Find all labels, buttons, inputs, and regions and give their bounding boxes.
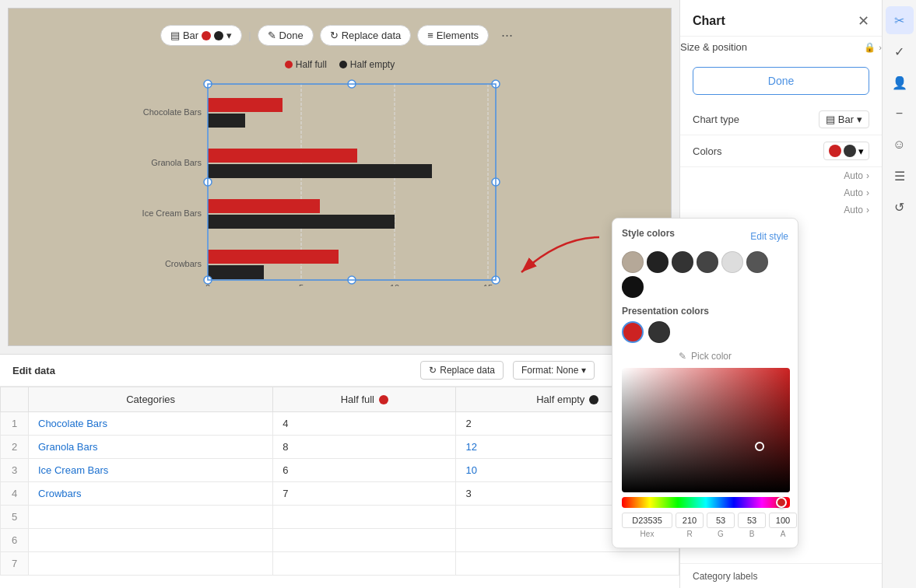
panel-header: Chart ✕ <box>680 0 882 37</box>
style-swatch-black1[interactable] <box>647 251 669 273</box>
replace-icon: ↻ <box>330 30 339 41</box>
done-panel-button[interactable]: Done <box>693 67 869 95</box>
icon-strip-list[interactable]: ☰ <box>886 162 914 190</box>
format-label: Format: None <box>521 365 578 376</box>
table-row: 2 Granola Bars 8 12 <box>1 436 679 459</box>
row-number: 3 <box>1 459 29 482</box>
category-cell[interactable]: Granola Bars <box>29 436 273 459</box>
data-table-wrapper: Categories Half full Half empty <box>0 387 679 576</box>
svg-rect-12 <box>208 199 320 213</box>
close-panel-button[interactable]: ✕ <box>858 12 869 30</box>
chart-type-label: Chart type <box>693 114 739 125</box>
auto-row-3: Auto › <box>680 201 882 219</box>
more-options-button[interactable]: ··· <box>495 24 519 47</box>
category-cell[interactable]: Ice Cream Bars <box>29 459 273 482</box>
icon-strip-check[interactable]: ✓ <box>886 37 914 65</box>
r-field: R <box>676 513 704 538</box>
half-full-cell[interactable] <box>273 506 456 529</box>
half-full-cell[interactable]: 4 <box>273 412 456 436</box>
elements-label: Elements <box>437 30 479 41</box>
categories-header: Categories <box>29 387 273 412</box>
replace-data-toolbar-button[interactable]: ↻ Replace data <box>320 25 412 46</box>
hex-field: Hex <box>622 513 672 538</box>
legend-half-full-label: Half full <box>296 59 327 70</box>
svg-rect-8 <box>208 98 283 112</box>
pres-swatch-dark[interactable] <box>648 321 670 343</box>
g-label: G <box>707 530 735 538</box>
icon-strip-user[interactable]: 👤 <box>886 68 914 96</box>
b-input[interactable] <box>738 513 766 528</box>
chevron-down-icon: ▾ <box>226 30 232 41</box>
auto-label-2: Auto <box>844 187 863 198</box>
hex-input[interactable] <box>622 513 672 528</box>
half-full-cell[interactable] <box>273 529 456 552</box>
auto-chevron-2: › <box>866 187 869 198</box>
svg-rect-9 <box>208 114 245 128</box>
colors-chevron: ▾ <box>858 145 864 157</box>
pres-swatch-red[interactable] <box>622 321 644 343</box>
chart-type-row: Chart type ▤ Bar ▾ <box>680 104 882 135</box>
half-full-cell[interactable]: 8 <box>273 436 456 459</box>
format-dropdown[interactable]: Format: None ▾ <box>513 361 595 380</box>
icon-strip-refresh[interactable]: ↺ <box>886 193 914 221</box>
category-cell[interactable] <box>29 529 273 552</box>
edit-style-link[interactable]: Edit style <box>750 231 788 242</box>
bar-chart-type-icon: ▤ <box>826 114 835 125</box>
half-empty-cell[interactable] <box>456 552 679 576</box>
auto-row-2: Auto › <box>680 184 882 201</box>
icon-strip-smile[interactable]: ☺ <box>886 131 914 159</box>
chart-type-value[interactable]: ▤ Bar ▾ <box>819 110 869 128</box>
hue-handle <box>776 497 787 508</box>
table-row: 3 Ice Cream Bars 6 10 <box>1 459 679 482</box>
svg-text:Ice Cream Bars: Ice Cream Bars <box>142 208 202 218</box>
replace-data-btn-label: Replace data <box>440 365 495 376</box>
alpha-input[interactable] <box>769 513 797 528</box>
style-swatch-darkest[interactable] <box>622 276 644 298</box>
replace-data-button[interactable]: ↻ Replace data <box>420 361 504 380</box>
auto-row-1: Auto › <box>680 167 882 184</box>
half-full-cell[interactable]: 6 <box>273 459 456 482</box>
chart-svg: Chocolate Bars Granola Bars Ice Cream Ba… <box>114 76 566 286</box>
data-area: Edit data ↻ Replace data Format: None ▾ … <box>0 354 679 588</box>
category-cell[interactable]: Crowbars <box>29 482 273 506</box>
colors-swatch-button[interactable]: ▾ <box>823 142 869 160</box>
bar-label: Bar <box>183 30 198 41</box>
svg-text:Chocolate Bars: Chocolate Bars <box>142 107 202 117</box>
g-input[interactable] <box>707 513 735 528</box>
bar-type-button[interactable]: ▤ Bar ▾ <box>160 25 242 46</box>
style-swatch-black2[interactable] <box>672 251 693 273</box>
size-position-row[interactable]: Size & position 🔒 › <box>680 37 882 58</box>
pen-icon: ✎ <box>679 351 686 362</box>
presentation-colors-title: Presentation colors <box>622 306 788 317</box>
svg-rect-13 <box>208 215 395 229</box>
table-row: 1 Chocolate Bars 4 2 <box>1 412 679 436</box>
legend-half-empty: Half empty <box>339 59 395 70</box>
colors-row: Colors ▾ <box>680 135 882 167</box>
icon-strip-minus[interactable]: − <box>886 100 914 128</box>
category-cell[interactable] <box>29 506 273 529</box>
table-row: 4 Crowbars 7 3 <box>1 482 679 506</box>
auto-chevron-1: › <box>866 170 869 181</box>
half-full-cell[interactable]: 7 <box>273 482 456 506</box>
style-swatch-dark-gray[interactable] <box>746 251 768 273</box>
half-full-cell[interactable] <box>273 552 456 576</box>
done-toolbar-button[interactable]: ✎ Done <box>258 25 314 46</box>
elements-toolbar-button[interactable]: ≡ Elements <box>417 25 489 46</box>
style-swatch-light-gray[interactable] <box>721 251 743 273</box>
icon-strip-scissors[interactable]: ✂ <box>886 6 914 34</box>
r-label: R <box>676 530 704 538</box>
color-gradient[interactable] <box>622 368 790 492</box>
hue-slider[interactable] <box>622 497 790 508</box>
r-input[interactable] <box>676 513 704 528</box>
category-cell[interactable] <box>29 552 273 576</box>
category-cell[interactable]: Chocolate Bars <box>29 412 273 436</box>
style-swatch-beige[interactable] <box>622 251 644 273</box>
table-header-row: Categories Half full Half empty <box>1 387 679 412</box>
style-swatch-black3[interactable] <box>697 251 718 273</box>
row-number: 6 <box>1 529 29 552</box>
data-toolbar: Edit data ↻ Replace data Format: None ▾ … <box>0 355 679 387</box>
data-table: Categories Half full Half empty <box>0 387 679 576</box>
pick-color-label: Pick color <box>691 351 732 362</box>
colors-label: Colors <box>693 145 722 157</box>
category-labels-footer: Category labels <box>693 571 757 582</box>
